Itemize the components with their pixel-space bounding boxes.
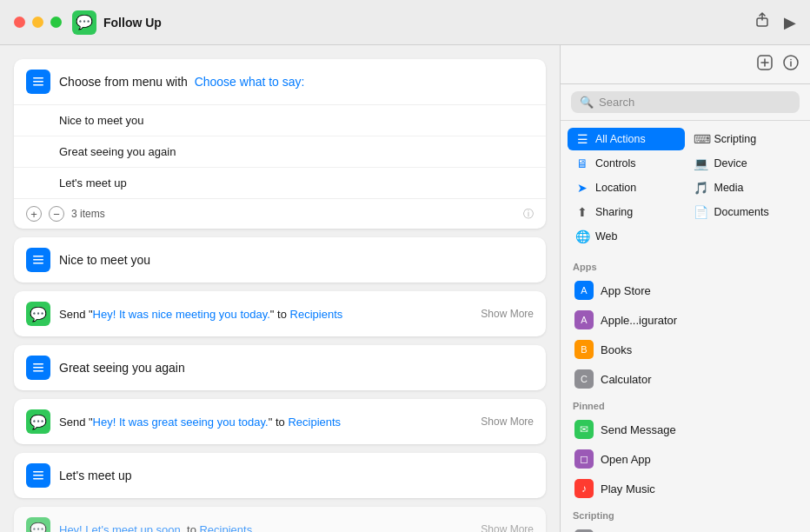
send-nice-icon: 💬 [26,302,50,326]
svg-rect-12 [33,478,43,480]
panel-header [561,45,810,84]
pinned-heading: Pinned [568,394,803,415]
search-bar: 🔍 [561,84,810,121]
svg-rect-6 [33,263,43,264]
section-icon [26,248,50,272]
books-label: Books [601,343,632,356]
item-count: 3 items [71,208,105,220]
media-icon: 🎵 [694,181,709,195]
canvas-panel: Choose from menu with Choose what to say… [0,45,560,532]
action-appstore[interactable]: A App Store [568,276,803,305]
search-input-wrap[interactable]: 🔍 [571,91,800,113]
appstore-label: App Store [601,284,651,297]
action-apple-config[interactable]: A Apple...igurator [568,305,803,335]
close-button[interactable] [14,17,25,28]
category-controls-label: Controls [595,157,636,170]
category-documents-label: Documents [714,206,769,218]
category-location[interactable]: ➤ Location [568,176,685,199]
play-button[interactable]: ▶ [784,13,796,32]
svg-rect-9 [33,370,43,372]
category-sharing[interactable]: ⬆ Sharing [568,201,685,223]
actions-list: Apps A App Store A Apple...igurator B Bo… [561,251,810,532]
web-icon: 🌐 [574,229,590,243]
maximize-button[interactable] [50,17,62,28]
search-input[interactable] [599,96,791,109]
play-music-label: Play Music [601,482,655,495]
section-letsup: Let's meet up [14,453,546,498]
remove-item-button[interactable]: − [49,206,64,222]
category-media[interactable]: 🎵 Media [687,176,804,199]
section-letsup-label: Let's meet up [59,469,132,482]
category-location-label: Location [595,182,636,194]
share-button[interactable] [754,12,770,32]
choose-menu-block: Choose from menu with Choose what to say… [14,59,546,229]
apple-config-label: Apple...igurator [601,314,677,327]
action-calculator[interactable]: C Calculator [568,364,803,394]
svg-rect-7 [33,363,43,365]
open-app-label: Open App [601,453,651,466]
section-great: Great seeing you again [14,345,546,390]
svg-rect-11 [33,475,43,476]
location-icon: ➤ [574,181,590,195]
send-nice-block: 💬 Send "Hey! It was nice meeting you tod… [14,291,546,336]
category-controls[interactable]: 🖥 Controls [568,152,685,175]
apps-heading: Apps [568,255,803,276]
section-icon [26,356,50,380]
category-all-label: All Actions [595,133,646,145]
menu-items-list: Nice to meet you Great seeing you again … [14,105,546,198]
show-more-great[interactable]: Show More [481,416,534,428]
svg-rect-1 [33,77,43,79]
section-nice: Nice to meet you [14,237,546,283]
category-documents[interactable]: 📄 Documents [687,201,804,223]
svg-rect-8 [33,367,43,369]
titlebar-actions: ▶ [754,12,796,32]
actions-panel: 🔍 ☰ All Actions ⌨ Scripting 🖥 Controls 💻… [560,45,810,532]
calculator-label: Calculator [601,373,652,386]
svg-rect-3 [33,84,43,86]
action-comment[interactable]: ≡ Comment [568,524,803,532]
send-message-icon: ✉ [574,420,594,439]
scripting-heading: Scripting [568,503,803,524]
category-device[interactable]: 💻 Device [687,152,804,175]
category-web[interactable]: 🌐 Web [568,225,685,248]
category-all[interactable]: ☰ All Actions [568,128,685,150]
info-icon: ⓘ [523,207,534,222]
open-app-icon: ◻ [574,449,594,469]
menu-title: Choose from menu with Choose what to say… [59,75,304,89]
section-great-label: Great seeing you again [59,361,185,375]
minimize-button[interactable] [32,17,43,28]
menu-footer: + − 3 items ⓘ [14,198,546,229]
add-item-button[interactable]: + [26,206,42,222]
action-open-app[interactable]: ◻ Open App [568,444,803,474]
appstore-icon: A [574,281,594,300]
section-nice-label: Nice to meet you [59,253,150,267]
menu-icon [26,70,50,94]
send-great-text: Send "Hey! It was great seeing you today… [59,416,472,429]
info-panel-button[interactable] [782,54,800,75]
category-media-label: Media [714,182,744,194]
add-action-button[interactable] [756,54,773,75]
menu-item: Great seeing you again [14,136,546,168]
action-send-message[interactable]: ✉ Send Message [568,415,803,444]
send-letsup-block: 💬 Hey! Let's meet up soon. to Recipients… [14,507,546,532]
traffic-lights [14,17,62,28]
svg-rect-4 [33,256,43,257]
play-music-icon: ♪ [574,479,594,498]
send-letsup-icon: 💬 [26,517,50,532]
menu-item: Let's meet up [14,168,546,198]
action-books[interactable]: B Books [568,335,803,364]
books-icon: B [574,340,594,359]
sharing-icon: ⬆ [574,205,590,219]
show-more-letsup[interactable]: Show More [481,523,534,532]
category-web-label: Web [595,230,617,243]
show-more-nice[interactable]: Show More [481,308,534,320]
send-great-block: 💬 Send "Hey! It was great seeing you tod… [14,399,546,444]
app-icon: 💬 [72,10,96,35]
action-play-music[interactable]: ♪ Play Music [568,474,803,503]
scripting-icon: ⌨ [694,132,709,146]
main-content: Choose from menu with Choose what to say… [0,45,810,532]
category-grid: ☰ All Actions ⌨ Scripting 🖥 Controls 💻 D… [561,121,810,251]
category-device-label: Device [714,157,747,170]
category-scripting[interactable]: ⌨ Scripting [687,128,804,150]
all-actions-icon: ☰ [574,132,590,146]
